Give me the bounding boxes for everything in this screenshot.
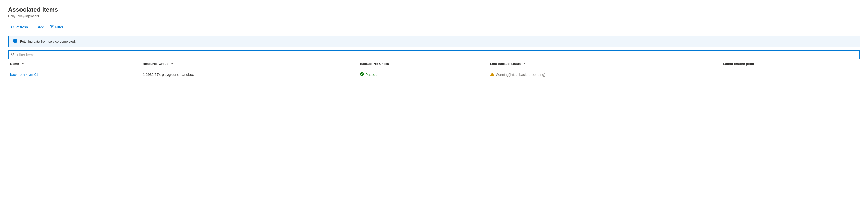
info-banner: i Fetching data from service completed. [8, 36, 860, 47]
col-latest-restore-point: Latest restore point [723, 60, 860, 69]
name-link[interactable]: backup-nix-vm-01 [10, 73, 38, 77]
filter-label: Filter [55, 25, 63, 29]
passed-status: Passed [360, 72, 486, 77]
page-title: Associated items [8, 6, 58, 13]
filter-input-container [8, 50, 860, 60]
svg-line-3 [14, 55, 15, 56]
col-last-backup-status: Last Backup Status [490, 60, 723, 69]
table-container: Name Resource Group [8, 60, 860, 80]
col-last-backup-status-label: Last Backup Status [490, 62, 521, 66]
filter-button[interactable]: Filter [48, 23, 66, 31]
passed-label: Passed [365, 73, 377, 77]
check-circle-icon [360, 72, 364, 77]
col-last-backup-status-sort-icon[interactable] [523, 63, 526, 66]
refresh-icon: ↻ [11, 25, 14, 29]
col-backup-precheck: Backup Pre-Check [360, 60, 490, 69]
cell-last-backup-status: ! Warning(Initial backup pending) [490, 69, 723, 80]
page-container: Associated items ··· DailyPolicy-kqgwcai… [0, 0, 868, 86]
cell-backup-precheck: Passed [360, 69, 490, 80]
refresh-label: Refresh [16, 25, 28, 29]
table-row: backup-nix-vm-011-2932f574-playground-sa… [8, 69, 860, 80]
col-latest-restore-point-label: Latest restore point [723, 62, 754, 66]
search-icon [9, 50, 17, 59]
toolbar: ↻ Refresh + Add Filter [8, 21, 860, 33]
title-row: Associated items ··· [8, 6, 860, 13]
col-name: Name [8, 60, 143, 69]
refresh-button[interactable]: ↻ Refresh [8, 23, 30, 31]
col-resource-group-sort-icon[interactable] [171, 63, 174, 66]
cell-name: backup-nix-vm-01 [8, 69, 143, 80]
ellipsis-button[interactable]: ··· [61, 7, 69, 13]
cell-latest-restore-point [723, 69, 860, 80]
header-section: Associated items ··· DailyPolicy-kqgwcai… [8, 6, 860, 18]
table-body: backup-nix-vm-011-2932f574-playground-sa… [8, 69, 860, 80]
col-backup-precheck-label: Backup Pre-Check [360, 62, 389, 66]
col-resource-group: Resource Group [143, 60, 360, 69]
warning-icon: ! [490, 72, 494, 77]
subtitle: DailyPolicy-kqgwcai9 [8, 14, 860, 18]
svg-text:i: i [15, 39, 16, 42]
col-resource-group-label: Resource Group [143, 62, 168, 66]
info-message: Fetching data from service completed. [20, 40, 76, 43]
warning-status: ! Warning(Initial backup pending) [490, 72, 719, 77]
add-button[interactable]: + Add [31, 23, 46, 31]
warning-label: Warning(Initial backup pending) [496, 73, 546, 77]
col-name-label: Name [10, 62, 19, 66]
filter-icon [50, 25, 54, 29]
add-icon: + [34, 25, 36, 29]
table-header-row: Name Resource Group [8, 60, 860, 69]
svg-point-4 [360, 72, 364, 76]
info-icon: i [13, 39, 18, 44]
items-table: Name Resource Group [8, 60, 860, 80]
add-label: Add [38, 25, 44, 29]
cell-resource-group: 1-2932f574-playground-sandbox [143, 69, 360, 80]
svg-text:!: ! [492, 73, 493, 76]
col-name-sort-icon[interactable] [22, 63, 24, 66]
filter-items-input[interactable] [17, 51, 859, 59]
